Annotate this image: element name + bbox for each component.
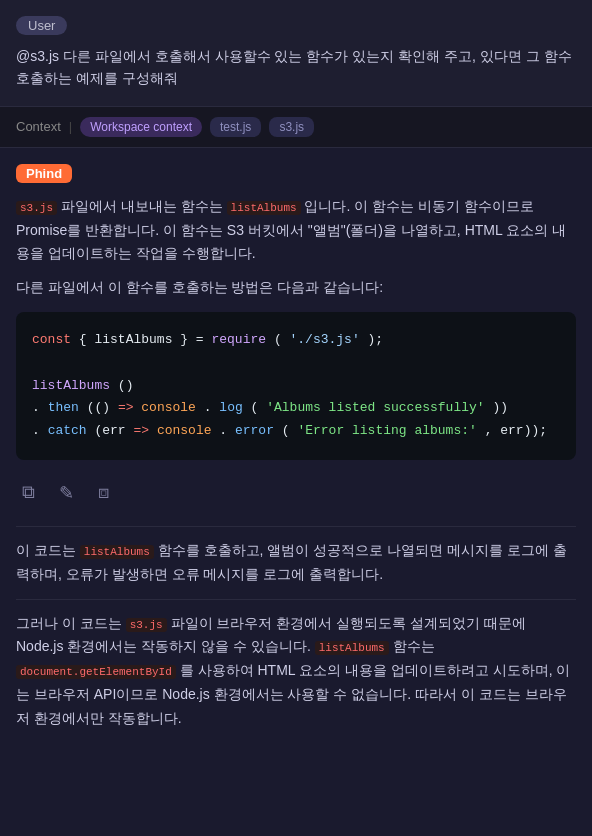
context-bar: Context | Workspace context test.js s3.j…	[0, 107, 592, 148]
phind-para4: 그러나 이 코드는 s3.js 파일이 브라우저 환경에서 실행되도록 설계되었…	[16, 612, 576, 731]
para4-mid2: 함수는	[393, 638, 435, 654]
copy-button[interactable]: ⧉	[20, 480, 37, 506]
file-button[interactable]: ⧈	[96, 480, 111, 506]
user-badge: User	[16, 16, 67, 35]
phind-para2: 다른 파일에서 이 함수를 호출하는 방법은 다음과 같습니다:	[16, 276, 576, 300]
edit-icon: ✎	[59, 483, 74, 503]
listalbums-inline-2: listAlbums	[80, 545, 154, 559]
code-line-4: . then (() => console . log ( 'Albums li…	[32, 398, 560, 419]
listalbums-inline-1: listAlbums	[227, 201, 301, 215]
code-actions: ⧉ ✎ ⧈	[16, 472, 576, 514]
para1-prefix-text: 파일에서 내보내는 함수는	[61, 198, 227, 214]
edit-button[interactable]: ✎	[57, 480, 76, 506]
code-block: const { listAlbums } = require ( './s3.j…	[16, 312, 576, 460]
divider-2	[16, 599, 576, 600]
context-chip-testjs[interactable]: test.js	[210, 117, 261, 137]
code-line-1: const { listAlbums } = require ( './s3.j…	[32, 330, 560, 351]
phind-section: Phind s3.js 파일에서 내보내는 함수는 listAlbums 입니다…	[0, 148, 592, 757]
context-label: Context	[16, 119, 61, 134]
divider-1	[16, 526, 576, 527]
para3-prefix: 이 코드는	[16, 542, 80, 558]
phind-para3: 이 코드는 listAlbums 함수를 호출하고, 앨범이 성공적으로 나열되…	[16, 539, 576, 587]
context-chip-workspace[interactable]: Workspace context	[80, 117, 202, 137]
document-getelementbyid-inline: document.getElementById	[16, 665, 176, 679]
code-line-5: . catch (err => console . error ( 'Error…	[32, 421, 560, 442]
user-section: User @s3.js 다른 파일에서 호출해서 사용할수 있는 함수가 있는지…	[0, 0, 592, 107]
s3js-inline-2: s3.js	[126, 618, 167, 632]
phind-badge: Phind	[16, 164, 72, 183]
context-separator: |	[69, 119, 72, 134]
code-line-blank	[32, 353, 560, 374]
para4-prefix: 그러나 이 코드는	[16, 615, 126, 631]
listalbums-inline-3: listAlbums	[315, 641, 389, 655]
code-line-3: listAlbums ()	[32, 376, 560, 397]
file-icon: ⧈	[98, 482, 109, 502]
s3js-inline-ref: s3.js	[16, 201, 57, 215]
user-message: @s3.js 다른 파일에서 호출해서 사용할수 있는 함수가 있는지 확인해 …	[16, 45, 576, 90]
phind-para1: s3.js 파일에서 내보내는 함수는 listAlbums 입니다. 이 함수…	[16, 195, 576, 266]
context-chip-s3js[interactable]: s3.js	[269, 117, 314, 137]
code-keyword-const: const	[32, 332, 71, 347]
copy-icon: ⧉	[22, 482, 35, 502]
